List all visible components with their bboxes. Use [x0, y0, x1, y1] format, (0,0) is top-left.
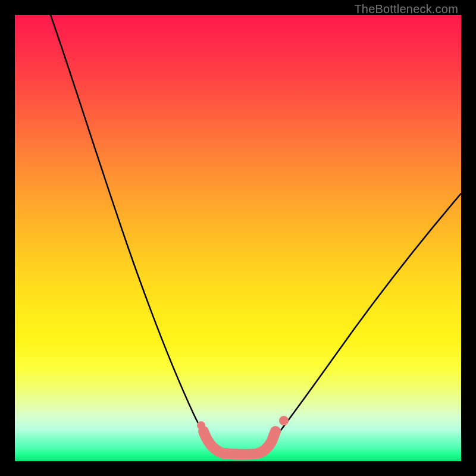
dot-left [197, 421, 205, 430]
bottom-band [203, 431, 275, 455]
dot-right [279, 416, 289, 425]
right-curve [271, 193, 461, 443]
left-curve [51, 15, 214, 448]
chart-frame: TheBottleneck.com [0, 0, 476, 476]
watermark-text: TheBottleneck.com [354, 2, 458, 16]
curves-layer [15, 15, 461, 461]
plot-area [15, 15, 461, 461]
